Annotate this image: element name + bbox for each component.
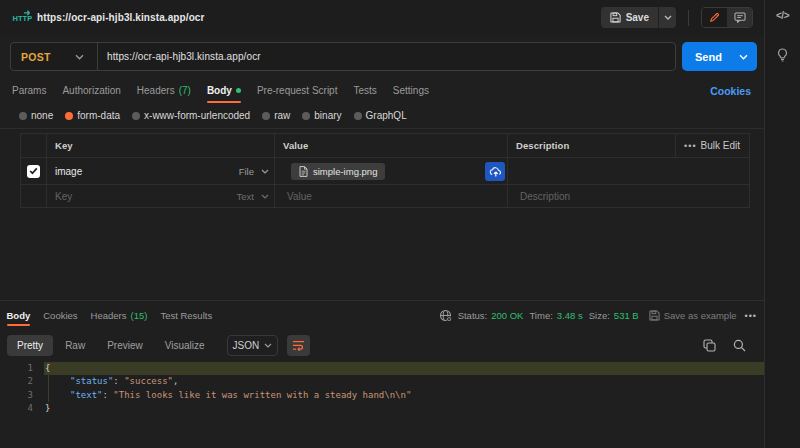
response-tab-test-results[interactable]: Test Results: [154, 301, 219, 330]
url-bar: POST https://ocr-api-hjb3l.kinsta.app/oc…: [0, 35, 764, 78]
radio-graphql[interactable]: GraphQL: [354, 110, 407, 121]
value-cell-empty[interactable]: Value: [275, 185, 508, 207]
time-value[interactable]: 3.48 s: [557, 310, 583, 321]
radio-binary[interactable]: binary: [302, 110, 341, 121]
chevron-down-icon: [664, 15, 672, 20]
method-label: POST: [21, 51, 51, 63]
format-select[interactable]: JSON: [227, 335, 279, 356]
response-tab-headers[interactable]: Headers(15): [84, 301, 154, 330]
cookies-link[interactable]: Cookies: [701, 78, 760, 103]
key-cell-empty[interactable]: Key Text: [47, 185, 275, 207]
http-request-icon: HTTP: [12, 10, 32, 26]
indent-guide: [48, 375, 70, 388]
response-meta: Status: 200 OK Time: 3.48 s Size: 531 B …: [439, 301, 757, 330]
url-input[interactable]: https://ocr-api-hjb3l.kinsta.app/ocr: [98, 51, 261, 62]
tab-authorization[interactable]: Authorization: [54, 78, 128, 103]
headers-count-badge: (7): [179, 85, 191, 96]
radio-none[interactable]: none: [19, 110, 53, 121]
edit-comment-toggle: [701, 7, 753, 28]
code-snippet-icon[interactable]: </>: [776, 10, 789, 21]
tab-params[interactable]: Params: [4, 78, 54, 103]
request-tab-title: https://ocr-api-hjb3l.kinsta.app/ocr: [37, 12, 205, 23]
response-tab-cookies[interactable]: Cookies: [37, 301, 84, 330]
description-cell[interactable]: [508, 158, 749, 184]
titlebar-divider: [688, 10, 689, 26]
comments-button[interactable]: [727, 8, 752, 27]
search-icon[interactable]: [733, 339, 746, 352]
line-number: 3: [0, 389, 33, 402]
tab-pre-request-script[interactable]: Pre-request Script: [249, 78, 346, 103]
response-more-actions-icon[interactable]: •••: [745, 311, 757, 321]
save-button-label: Save: [626, 12, 649, 23]
tab-body[interactable]: Body: [199, 78, 249, 103]
description-column-header: Description: [508, 134, 676, 157]
main-panel: HTTP https://ocr-api-hjb3l.kinsta.app/oc…: [0, 0, 764, 448]
lightbulb-icon[interactable]: [776, 48, 789, 62]
send-button[interactable]: Send: [682, 42, 757, 71]
code-line: 4 }: [0, 402, 764, 415]
table-header-row: Key Value Description ••• Bulk Edit: [21, 134, 749, 158]
method-select[interactable]: POST: [11, 51, 97, 63]
file-chip[interactable]: simple-img.png: [291, 163, 385, 180]
floppy-disk-icon: [610, 12, 621, 23]
tab-headers[interactable]: Headers(7): [129, 78, 199, 103]
response-toolbar: Pretty Raw Preview Visualize JSON: [0, 330, 764, 360]
save-button[interactable]: Save: [601, 7, 658, 28]
value-cell: simple-img.png: [275, 158, 508, 184]
view-visualize[interactable]: Visualize: [155, 335, 215, 356]
code-line: 1 {: [0, 362, 764, 375]
postman-app: HTTP https://ocr-api-hjb3l.kinsta.app/oc…: [0, 0, 800, 448]
save-as-example-button[interactable]: Save as example: [649, 310, 737, 321]
view-raw[interactable]: Raw: [55, 335, 95, 356]
time-label: Time:: [529, 310, 552, 321]
response-tabs: Body Cookies Headers(15) Test Results: [0, 301, 219, 330]
key-cell[interactable]: image File: [47, 158, 275, 184]
radio-raw[interactable]: raw: [262, 110, 290, 121]
row-select-cell: [21, 158, 47, 184]
row-select-cell: [21, 185, 47, 207]
radio-circle: [132, 112, 140, 120]
radio-circle: [302, 112, 310, 120]
size-value[interactable]: 531 B: [614, 310, 639, 321]
radio-form-data[interactable]: form-data: [65, 110, 120, 121]
wrap-text-button[interactable]: [287, 335, 310, 356]
radio-circle: [262, 112, 270, 120]
send-button-label: Send: [695, 51, 722, 63]
radio-x-www-form-urlencoded[interactable]: x-www-form-urlencoded: [132, 110, 250, 121]
chevron-down-icon: [261, 194, 269, 199]
edit-mode-button[interactable]: [702, 8, 727, 27]
cloud-upload-icon: [489, 166, 502, 177]
chevron-down-icon: [75, 54, 84, 60]
select-all-cell: [21, 134, 47, 157]
value-type-select[interactable]: Text: [237, 191, 274, 202]
description-cell-empty[interactable]: Description: [508, 185, 749, 207]
size-label: Size:: [589, 310, 610, 321]
tab-settings[interactable]: Settings: [385, 78, 437, 103]
copy-icon[interactable]: [703, 339, 716, 352]
view-pretty[interactable]: Pretty: [7, 335, 53, 356]
table-actions: ••• Bulk Edit: [676, 134, 749, 157]
line-number: 1: [0, 362, 33, 375]
upload-file-button[interactable]: [485, 162, 505, 181]
row-checkbox-checked[interactable]: [27, 165, 40, 178]
radio-circle-selected: [65, 112, 73, 120]
body-panel-spacer: [0, 208, 764, 300]
network-icon: [439, 309, 452, 322]
indent-guide: [48, 389, 70, 402]
body-type-selector: none form-data x-www-form-urlencoded raw…: [0, 103, 764, 129]
radio-circle: [19, 112, 27, 120]
tab-tests[interactable]: Tests: [345, 78, 384, 103]
bulk-edit-button[interactable]: Bulk Edit: [701, 140, 740, 151]
more-actions-icon[interactable]: •••: [684, 141, 696, 151]
form-data-table: Key Value Description ••• Bulk Edit imag…: [20, 133, 750, 208]
file-icon: [299, 166, 308, 177]
view-preview[interactable]: Preview: [97, 335, 153, 356]
response-body-viewer[interactable]: 1 { 2 "status": "success", 3 "text": "Th…: [0, 360, 764, 448]
format-label: JSON: [233, 340, 260, 351]
value-type-select[interactable]: File: [239, 166, 274, 177]
status-value[interactable]: 200 OK: [491, 310, 523, 321]
chevron-down-icon: [261, 169, 269, 174]
response-tab-body[interactable]: Body: [0, 301, 37, 330]
save-options-dropdown[interactable]: [658, 7, 676, 28]
code-line: 3 "text": "This looks like it was writte…: [0, 389, 764, 402]
